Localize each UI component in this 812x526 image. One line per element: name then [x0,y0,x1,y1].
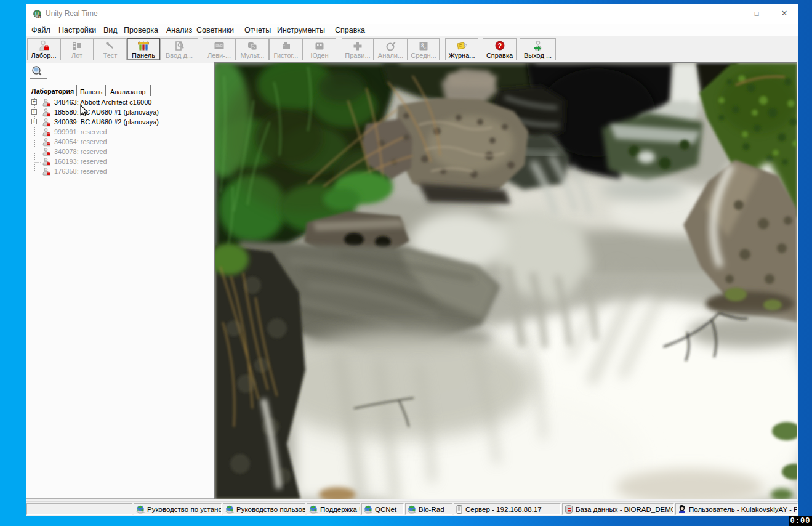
svg-text:?: ? [497,42,502,49]
svg-text:SD: SD [423,46,427,50]
svg-text:R: R [38,15,41,19]
